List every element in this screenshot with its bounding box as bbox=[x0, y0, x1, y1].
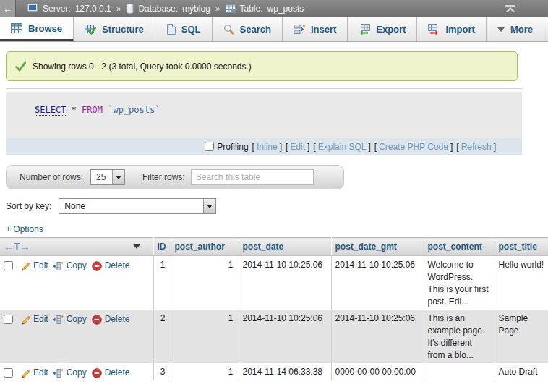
copy-row-icon bbox=[53, 368, 64, 378]
tab-import[interactable]: Import bbox=[417, 17, 486, 41]
tab-insert[interactable]: Insert bbox=[283, 17, 348, 41]
chevron-down-icon bbox=[497, 27, 505, 32]
row-checkbox[interactable] bbox=[4, 261, 13, 270]
table-label: Table: bbox=[240, 4, 263, 14]
cell-post-date[interactable]: 2014-11-10 10:25:06 bbox=[239, 256, 331, 310]
options-toggle-link[interactable]: + Options bbox=[6, 224, 43, 234]
cell-id[interactable]: 1 bbox=[153, 256, 171, 310]
inline-link-group: [Inline] bbox=[252, 142, 282, 152]
column-header-post-author[interactable]: post_author bbox=[171, 238, 239, 256]
edit-query-link[interactable]: Edit bbox=[290, 142, 305, 152]
back-arrow-button[interactable]: ← bbox=[0, 0, 16, 17]
sql-query-box: SELECT * FROM `wp_posts` bbox=[6, 92, 522, 138]
breadcrumb-bar: ← Server: 127.0.0.1 » Database: myblog » bbox=[0, 0, 548, 17]
filter-rows-label: Filter rows: bbox=[142, 172, 185, 182]
breadcrumb-separator: » bbox=[215, 4, 221, 14]
cell-post-content[interactable]: Welcome to WordPress. This is your first… bbox=[424, 256, 495, 310]
copy-row-icon bbox=[53, 315, 64, 325]
sql-from-token: FROM bbox=[82, 105, 103, 115]
database-icon bbox=[126, 4, 134, 14]
sql-keyword-select[interactable]: SELECT bbox=[35, 105, 66, 116]
copy-link[interactable]: Copy bbox=[53, 260, 87, 272]
bracket: ] bbox=[450, 142, 453, 152]
profiling-checkbox[interactable] bbox=[205, 142, 214, 151]
sql-star-token: * bbox=[72, 105, 77, 115]
cell-post-author[interactable]: 1 bbox=[171, 310, 239, 363]
copy-link[interactable]: Copy bbox=[53, 313, 87, 325]
column-visibility-icon[interactable] bbox=[133, 244, 140, 249]
results-controls-bar: Number of rows: 25 Filter rows: bbox=[6, 165, 344, 189]
actions-header-cell: ←T→ bbox=[0, 238, 153, 256]
tab-structure[interactable]: Structure bbox=[74, 17, 155, 41]
breadcrumb-separator: » bbox=[116, 4, 121, 14]
tab-label: SQL bbox=[181, 24, 201, 35]
column-move-glyph[interactable]: ←T→ bbox=[4, 241, 30, 252]
tab-search[interactable]: Search bbox=[213, 17, 283, 41]
table-row: Edit Copy Delete 1 1 2014-11-10 1 bbox=[0, 256, 548, 310]
bracket: ] bbox=[307, 142, 309, 152]
edit-link[interactable]: Edit bbox=[20, 367, 48, 379]
cell-post-title[interactable]: Auto Draft bbox=[495, 363, 548, 380]
cell-post-author[interactable]: 1 bbox=[171, 363, 239, 380]
num-rows-select[interactable]: 25 bbox=[90, 169, 125, 185]
column-header-post-title[interactable]: post_title bbox=[495, 238, 548, 256]
cell-id[interactable]: 2 bbox=[153, 310, 171, 363]
delete-icon bbox=[92, 261, 102, 271]
delete-link-label: Delete bbox=[105, 313, 130, 325]
bracket: [ bbox=[374, 142, 377, 152]
cell-post-date[interactable]: 2014-11-10 10:25:06 bbox=[239, 310, 331, 363]
php-code-link-group: [Create PHP Code] bbox=[374, 142, 453, 152]
tab-sql[interactable]: SQL bbox=[155, 17, 213, 41]
tab-bar: Browse Structure SQL Search bbox=[0, 17, 548, 42]
cell-post-content[interactable]: This is an example page. It's different … bbox=[424, 310, 495, 363]
column-header-id[interactable]: ID bbox=[153, 238, 171, 256]
table-row: Edit Copy Delete 3 1 2014-11-14 0 bbox=[0, 363, 548, 380]
scroll-top-button[interactable] bbox=[505, 4, 516, 13]
delete-icon bbox=[92, 315, 102, 325]
inline-link[interactable]: Inline bbox=[257, 142, 278, 152]
cell-post-date-gmt[interactable]: 2014-11-10 10:25:06 bbox=[331, 310, 424, 363]
sql-table-token: `wp_posts` bbox=[108, 105, 160, 115]
explain-sql-link[interactable]: Explain SQL bbox=[318, 142, 367, 152]
delete-link[interactable]: Delete bbox=[92, 367, 130, 379]
create-php-code-link[interactable]: Create PHP Code bbox=[379, 142, 448, 152]
tab-browse[interactable]: Browse bbox=[0, 17, 74, 41]
tab-export[interactable]: Export bbox=[348, 17, 417, 41]
row-checkbox[interactable] bbox=[4, 368, 13, 378]
tab-more[interactable]: More bbox=[487, 17, 544, 41]
cell-id[interactable]: 3 bbox=[153, 363, 171, 380]
column-header-post-date-gmt[interactable]: post_date_gmt bbox=[331, 238, 424, 256]
cell-post-date[interactable]: 2014-11-14 06:33:38 bbox=[239, 363, 331, 380]
chevron-down-icon bbox=[203, 199, 215, 213]
copy-link-label: Copy bbox=[67, 367, 87, 379]
success-check-icon bbox=[15, 61, 26, 72]
cell-post-author[interactable]: 1 bbox=[171, 256, 239, 310]
edit-link[interactable]: Edit bbox=[20, 313, 48, 325]
refresh-link-group: [Refresh] bbox=[456, 142, 496, 152]
edit-link[interactable]: Edit bbox=[20, 260, 48, 272]
delete-link[interactable]: Delete bbox=[92, 313, 130, 325]
refresh-link[interactable]: Refresh bbox=[461, 142, 492, 152]
sort-by-key-select[interactable]: None bbox=[59, 198, 216, 214]
cell-post-title[interactable]: Sample Page bbox=[495, 310, 548, 363]
database-link[interactable]: myblog bbox=[182, 4, 210, 14]
filter-rows-input[interactable] bbox=[191, 169, 314, 185]
column-header-post-content[interactable]: post_content bbox=[424, 238, 495, 256]
copy-link[interactable]: Copy bbox=[53, 367, 87, 379]
success-message: Showing rows 0 - 2 (3 total, Query took … bbox=[6, 51, 518, 81]
copy-link-label: Copy bbox=[67, 260, 87, 272]
tab-label: Browse bbox=[28, 23, 62, 34]
row-checkbox[interactable] bbox=[4, 315, 13, 324]
cell-post-title[interactable]: Hello world! bbox=[495, 256, 548, 310]
bracket: ] bbox=[494, 142, 496, 152]
server-label: Server: bbox=[43, 4, 71, 14]
table-link[interactable]: wp_posts bbox=[267, 4, 304, 14]
copy-row-icon bbox=[53, 261, 64, 271]
cell-post-date-gmt[interactable]: 0000-00-00 00:00:00 bbox=[331, 363, 424, 380]
cell-post-date-gmt[interactable]: 2014-11-10 10:25:06 bbox=[331, 256, 424, 310]
delete-link[interactable]: Delete bbox=[92, 260, 130, 272]
server-link[interactable]: 127.0.0.1 bbox=[75, 4, 111, 14]
num-rows-value: 25 bbox=[96, 172, 106, 182]
cell-post-content[interactable] bbox=[424, 363, 495, 380]
column-header-post-date[interactable]: post_date bbox=[239, 238, 331, 256]
